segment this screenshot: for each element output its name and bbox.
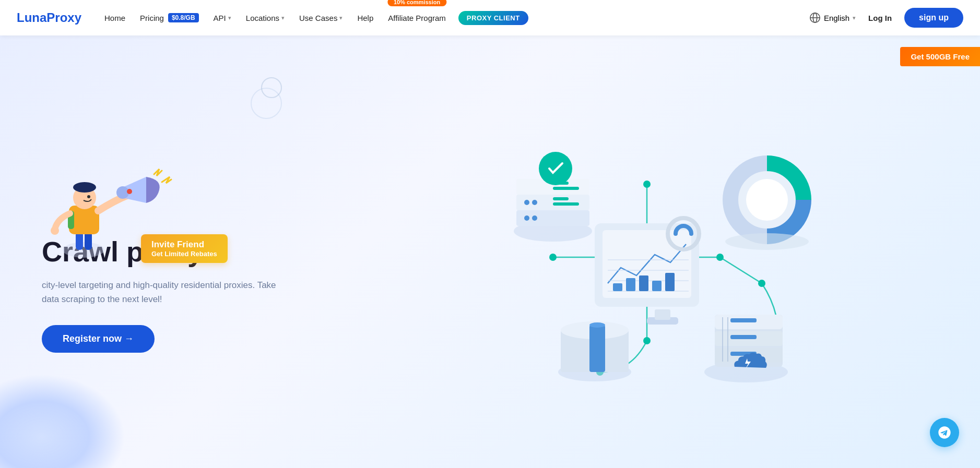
invite-line1: Invite Friend [151,239,217,250]
blob-decoration-left [0,374,125,468]
svg-rect-58 [589,325,605,372]
svg-line-23 [720,257,762,283]
nav-affiliate-wrapper: 10% commission Affiliate Program [382,9,452,27]
svg-rect-66 [730,335,757,339]
svg-rect-4 [76,232,83,250]
svg-point-53 [746,179,788,221]
hero-left: Invite Friend Get Limited Rebates Crawl … [42,151,334,353]
svg-point-30 [532,200,537,205]
nav-home[interactable]: Home [98,9,132,27]
pricing-badge: $0.8/GB [168,13,199,22]
svg-rect-49 [652,281,662,291]
svg-rect-35 [553,197,569,200]
isometric-illustration [448,90,824,414]
svg-point-10 [87,195,90,198]
svg-rect-5 [85,232,92,250]
character-illustration: Invite Friend Get Limited Rebates [42,151,334,255]
nav-use-cases[interactable]: Use Cases ▾ [293,9,349,27]
svg-point-11 [116,186,129,199]
nav-right: English ▾ Log In sign up [809,8,963,28]
invite-line2: Get Limited Rebates [151,250,217,258]
svg-rect-48 [639,275,648,291]
register-button[interactable]: Register now → [42,325,155,353]
svg-rect-47 [626,278,635,291]
commission-badge: 10% commission [387,0,446,6]
svg-point-59 [589,322,605,328]
svg-point-18 [549,254,557,261]
svg-point-20 [643,181,651,188]
logo[interactable]: LunaProxy [17,10,81,25]
signup-button[interactable]: sign up [904,8,963,28]
svg-point-9 [73,182,96,193]
svg-rect-39 [655,309,670,320]
login-button[interactable]: Log In [862,10,898,26]
svg-rect-34 [553,187,579,190]
nav-api[interactable]: API ▾ [207,9,238,27]
svg-point-12 [127,189,132,194]
proxy-client-button[interactable]: PROXY CLIENT [458,11,528,25]
nav-pricing[interactable]: Pricing $0.8/GB [134,9,205,27]
svg-rect-65 [730,318,757,322]
language-label: English [824,14,849,22]
navbar: LunaProxy Home Pricing $0.8/GB API ▾ Loc… [0,0,980,35]
svg-point-37 [539,152,572,185]
locations-chevron: ▾ [281,15,285,21]
nav-affiliate[interactable]: Affiliate Program [382,9,452,27]
use-cases-chevron: ▾ [339,15,343,21]
telegram-icon [937,425,952,440]
nav-locations[interactable]: Locations ▾ [240,9,291,27]
svg-point-29 [524,200,529,205]
lang-chevron: ▾ [853,15,856,21]
svg-point-31 [524,215,529,221]
svg-rect-36 [553,202,579,206]
invite-banner: Invite Friend Get Limited Rebates [141,234,228,263]
svg-point-54 [725,233,809,250]
hero-section: Invite Friend Get Limited Rebates Crawl … [0,35,980,468]
nav-links: Home Pricing $0.8/GB API ▾ Locations ▾ U… [98,9,809,27]
svg-rect-50 [665,273,675,291]
telegram-button[interactable] [930,418,959,447]
hero-right [334,69,938,435]
svg-point-32 [532,215,537,221]
language-selector[interactable]: English ▾ [809,12,856,23]
svg-point-13 [51,226,59,235]
api-chevron: ▾ [228,15,231,21]
hero-description: city-level targeting and high-quality re… [42,278,292,306]
globe-icon [809,12,821,23]
svg-rect-46 [613,283,622,291]
nav-help[interactable]: Help [351,9,380,27]
free-badge[interactable]: Get 500GB Free [900,47,980,66]
circle-deco-2 [261,77,282,98]
svg-point-3 [63,242,104,258]
